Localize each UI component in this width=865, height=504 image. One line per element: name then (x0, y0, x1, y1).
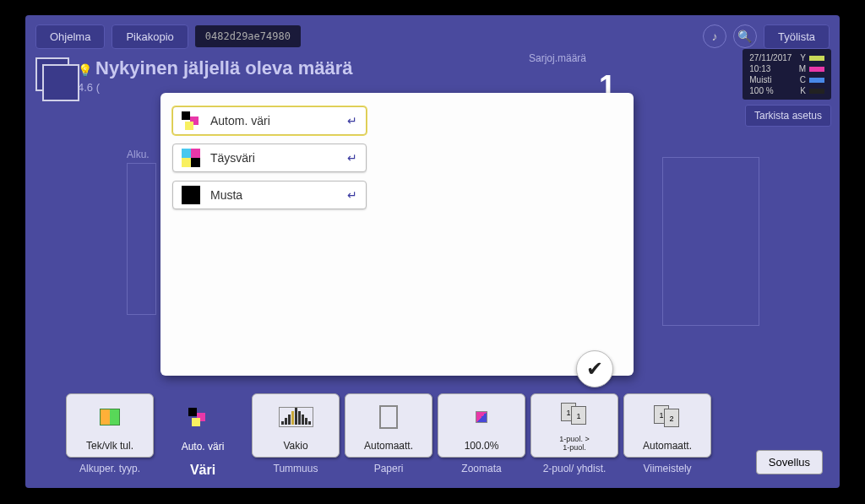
zoom-icon (476, 411, 487, 423)
cat-density: Tummuus (252, 463, 340, 478)
expand-icon: ↵ (347, 188, 357, 202)
duplex-icon: 11 (561, 403, 588, 426)
search-icon[interactable]: 🔍 (733, 24, 757, 48)
density-icon (279, 407, 313, 427)
color-mode-popup: Autom. väri ↵ Täysväri ↵ Musta ↵ ✔ (160, 93, 634, 376)
page-title: Nykyinen jäljellä oleva määrä (95, 57, 353, 79)
expand-icon: ↵ (347, 114, 357, 127)
auto-color-icon (188, 408, 207, 426)
page-icon (379, 405, 398, 429)
preview-output (662, 157, 759, 326)
option-label: Täysväri (210, 151, 347, 165)
tile-finishing[interactable]: 12 Automaatt. (623, 393, 711, 458)
finishing-icon: 12 (654, 405, 681, 429)
option-full-color[interactable]: Täysväri ↵ (172, 144, 367, 172)
option-black[interactable]: Musta ↵ (172, 181, 367, 209)
audio-icon[interactable]: ♪ (703, 24, 726, 48)
auto-color-icon (182, 111, 200, 130)
application-button[interactable]: Sovellus (756, 450, 823, 474)
full-color-icon (182, 149, 200, 167)
category-row: Alkuper. tyyp. Väri Tummuus Paperi Zooma… (66, 463, 826, 478)
joblist-button[interactable]: Työlista (764, 24, 830, 49)
confirm-button[interactable]: ✔ (576, 350, 613, 387)
book-icon (100, 409, 120, 425)
cat-original-type: Alkuper. tyyp. (66, 463, 154, 478)
quickcopy-button[interactable]: Pikakopio (112, 24, 188, 49)
cat-color: Väri (159, 463, 247, 478)
expand-icon: ↵ (347, 151, 357, 165)
tile-paper[interactable]: Automaatt. (345, 393, 432, 458)
tile-density[interactable]: Vakio (252, 393, 340, 458)
tile-original-type[interactable]: Tek/vlk tul. (66, 393, 154, 458)
settings-tiles: Tek/vlk tul. Auto. väri Vakio Automaatt.… (66, 393, 711, 458)
tile-color[interactable]: Auto. väri (159, 393, 247, 458)
option-label: Autom. väri (210, 114, 347, 127)
tile-zoom[interactable]: 100.0% (438, 393, 525, 458)
program-button[interactable]: Ohjelma (35, 24, 105, 49)
document-icon (35, 57, 69, 91)
cat-zoom: Zoomata (438, 463, 525, 478)
status-panel: 27/11/2017Y 10:13M MuistiC 100 %K (743, 49, 831, 100)
cat-paper: Paperi (345, 463, 432, 478)
option-label: Musta (210, 188, 347, 202)
original-label: Alku. (127, 149, 150, 160)
cat-finishing: Viimeistely (623, 463, 711, 478)
option-auto-color[interactable]: Autom. väri ↵ (172, 106, 367, 135)
tip-icon: 💡 (78, 63, 92, 77)
preview-original (127, 163, 156, 315)
check-settings-button[interactable]: Tarkista asetus (745, 105, 831, 127)
subtitle: 4.6 ( (78, 81, 353, 94)
cat-duplex: 2-puol/ yhdist. (530, 463, 618, 478)
code-display: 0482d29ae74980 (195, 25, 301, 47)
tile-duplex[interactable]: 11 1-puol. >1-puol. (530, 393, 618, 458)
sets-label: Sarjoj.määrä (529, 52, 586, 64)
black-icon (182, 186, 200, 204)
